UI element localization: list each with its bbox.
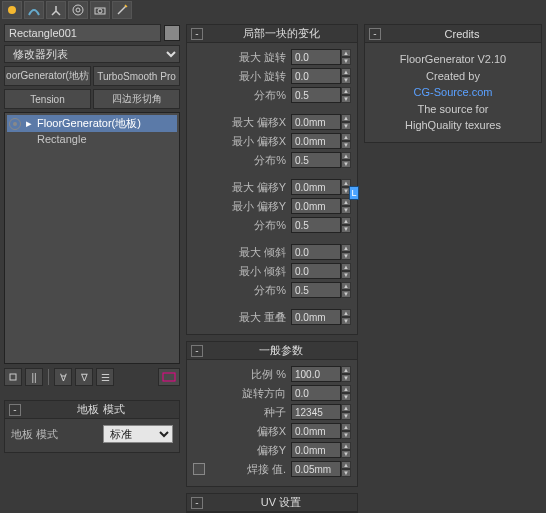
spinner-input[interactable] (291, 244, 341, 260)
spinner-input[interactable] (291, 152, 341, 168)
spinner-input[interactable] (291, 68, 341, 84)
rollout-header[interactable]: - 地板 模式 (5, 401, 179, 419)
modifier-preset-2[interactable]: Tension (4, 89, 91, 109)
rollout-header[interactable]: - 一般参数 (187, 342, 357, 360)
spinner[interactable]: ▲▼ (291, 282, 351, 298)
spinner[interactable]: ▲▼ (291, 198, 351, 214)
modifier-sets-icon[interactable] (158, 368, 180, 386)
spinner-up-icon[interactable]: ▲ (341, 244, 351, 252)
collapse-icon[interactable]: - (9, 404, 21, 416)
spinner[interactable]: ▲▼ (291, 133, 351, 149)
lock-marker-icon[interactable]: L (349, 186, 359, 200)
pin-stack-icon[interactable] (4, 368, 22, 386)
spinner-up-icon[interactable]: ▲ (341, 385, 351, 393)
rollout-header[interactable]: - Credits (365, 25, 541, 43)
modifier-list-dropdown[interactable]: 修改器列表 (4, 45, 180, 63)
spinner-input[interactable] (291, 423, 341, 439)
spinner-up-icon[interactable]: ▲ (341, 423, 351, 431)
object-name-input[interactable] (4, 24, 161, 42)
spinner-up-icon[interactable]: ▲ (341, 366, 351, 374)
spinner-up-icon[interactable]: ▲ (341, 263, 351, 271)
spinner-input[interactable] (291, 461, 341, 477)
rollout-header[interactable]: - UV 设置 (187, 494, 357, 512)
spinner-up-icon[interactable]: ▲ (341, 114, 351, 122)
checkbox[interactable] (193, 463, 205, 475)
spinner-input[interactable] (291, 114, 341, 130)
spinner-input[interactable] (291, 309, 341, 325)
modifier-preset-3[interactable]: 四边形切角 (93, 89, 180, 109)
spinner[interactable]: ▲▼ (291, 114, 351, 130)
toolbar-wand-icon[interactable] (112, 1, 132, 19)
configure-sets-icon[interactable]: ☰ (96, 368, 114, 386)
spinner-input[interactable] (291, 442, 341, 458)
modifier-preset-1[interactable]: TurboSmooth Pro (93, 66, 180, 86)
spinner-input[interactable] (291, 404, 341, 420)
modifier-preset-0[interactable]: oorGenerator(地枋 (4, 66, 91, 86)
spinner[interactable]: ▲▼ (291, 49, 351, 65)
collapse-icon[interactable]: - (191, 28, 203, 40)
spinner-down-icon[interactable]: ▼ (341, 252, 351, 260)
spinner[interactable]: ▲▼ (291, 179, 351, 195)
make-unique-icon[interactable]: ∀ (54, 368, 72, 386)
spinner-down-icon[interactable]: ▼ (341, 431, 351, 439)
spinner-down-icon[interactable]: ▼ (341, 450, 351, 458)
spinner-input[interactable] (291, 49, 341, 65)
spinner[interactable]: ▲▼ (291, 404, 351, 420)
collapse-icon[interactable]: - (369, 28, 381, 40)
spinner-down-icon[interactable]: ▼ (341, 290, 351, 298)
spinner-down-icon[interactable]: ▼ (341, 469, 351, 477)
eye-icon[interactable] (9, 118, 21, 130)
spinner-up-icon[interactable]: ▲ (341, 217, 351, 225)
remove-modifier-icon[interactable]: ∇ (75, 368, 93, 386)
spinner[interactable]: ▲▼ (291, 309, 351, 325)
toolbar-tripod-icon[interactable] (46, 1, 66, 19)
spinner[interactable]: ▲▼ (291, 68, 351, 84)
spinner[interactable]: ▲▼ (291, 244, 351, 260)
stack-item-floorgenerator[interactable]: ▸ FloorGenerator(地板) (7, 115, 177, 132)
spinner-up-icon[interactable]: ▲ (341, 404, 351, 412)
spinner-down-icon[interactable]: ▼ (341, 225, 351, 233)
spinner-input[interactable] (291, 282, 341, 298)
spinner-up-icon[interactable]: ▲ (341, 282, 351, 290)
object-color-swatch[interactable] (164, 25, 180, 41)
spinner-input[interactable] (291, 385, 341, 401)
credits-link[interactable]: CG-Source.com (414, 86, 493, 98)
spinner-up-icon[interactable]: ▲ (341, 68, 351, 76)
toolbar-target-icon[interactable] (68, 1, 88, 19)
spinner-up-icon[interactable]: ▲ (341, 133, 351, 141)
spinner[interactable]: ▲▼ (291, 366, 351, 382)
spinner[interactable]: ▲▼ (291, 442, 351, 458)
collapse-icon[interactable]: - (191, 345, 203, 357)
spinner[interactable]: ▲▼ (291, 461, 351, 477)
spinner-down-icon[interactable]: ▼ (341, 141, 351, 149)
spinner-down-icon[interactable]: ▼ (341, 122, 351, 130)
spinner[interactable]: ▲▼ (291, 87, 351, 103)
spinner-down-icon[interactable]: ▼ (341, 160, 351, 168)
spinner[interactable]: ▲▼ (291, 217, 351, 233)
modifier-stack[interactable]: ▸ FloorGenerator(地板) Rectangle (4, 112, 180, 364)
spinner-down-icon[interactable]: ▼ (341, 412, 351, 420)
spinner[interactable]: ▲▼ (291, 263, 351, 279)
spinner-input[interactable] (291, 87, 341, 103)
floor-mode-select[interactable]: 标准 (103, 425, 173, 443)
spinner-down-icon[interactable]: ▼ (341, 95, 351, 103)
spinner-down-icon[interactable]: ▼ (341, 206, 351, 214)
spinner-up-icon[interactable]: ▲ (341, 442, 351, 450)
stack-item-rectangle[interactable]: Rectangle (7, 132, 177, 146)
spinner-input[interactable] (291, 263, 341, 279)
spinner-up-icon[interactable]: ▲ (341, 87, 351, 95)
collapse-icon[interactable]: - (191, 497, 203, 509)
spinner-up-icon[interactable]: ▲ (341, 461, 351, 469)
spinner-input[interactable] (291, 198, 341, 214)
spinner-input[interactable] (291, 179, 341, 195)
spinner-input[interactable] (291, 133, 341, 149)
spinner-up-icon[interactable]: ▲ (341, 49, 351, 57)
spinner-down-icon[interactable]: ▼ (341, 57, 351, 65)
spinner-up-icon[interactable]: ▲ (341, 152, 351, 160)
spinner-down-icon[interactable]: ▼ (341, 393, 351, 401)
spinner-down-icon[interactable]: ▼ (341, 76, 351, 84)
toolbar-arc-icon[interactable] (24, 1, 44, 19)
spinner[interactable]: ▲▼ (291, 385, 351, 401)
spinner-down-icon[interactable]: ▼ (341, 271, 351, 279)
rollout-header[interactable]: - 局部一块的变化 (187, 25, 357, 43)
